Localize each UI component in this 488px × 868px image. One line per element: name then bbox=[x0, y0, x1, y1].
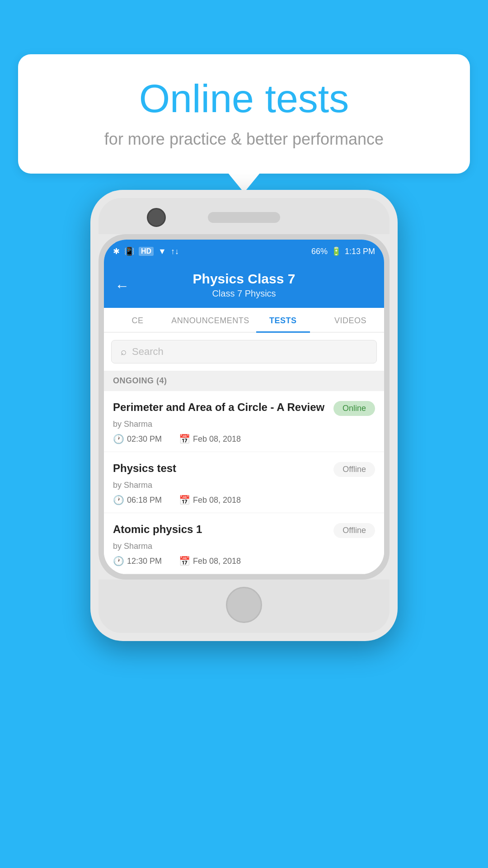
phone-top bbox=[99, 198, 389, 234]
battery-icon: 🔋 bbox=[331, 246, 341, 256]
clock-icon: 🕐 bbox=[113, 556, 124, 566]
test-item[interactable]: Atomic physics 1 Offline by Sharma 🕐 12:… bbox=[104, 513, 384, 574]
clock-icon: 🕐 bbox=[113, 434, 124, 444]
calendar-icon: 📅 bbox=[179, 556, 190, 566]
test-time-item: 🕐 12:30 PM bbox=[113, 556, 162, 566]
test-meta: 🕐 06:18 PM 📅 Feb 08, 2018 bbox=[113, 495, 375, 505]
status-right-info: 66% 🔋 1:13 PM bbox=[311, 246, 375, 256]
test-name: Perimeter and Area of a Circle - A Revie… bbox=[113, 400, 328, 414]
test-meta: 🕐 02:30 PM 📅 Feb 08, 2018 bbox=[113, 434, 375, 444]
test-date: Feb 08, 2018 bbox=[193, 557, 241, 566]
status-badge: Offline bbox=[333, 462, 375, 477]
search-container: ⌕ Search bbox=[104, 333, 384, 371]
status-left-icons: ✱ 📳 HD ▼ ↑↓ bbox=[113, 246, 179, 256]
hd-badge: HD bbox=[139, 247, 154, 256]
app-bar-subtitle: Class 7 Physics bbox=[115, 288, 373, 299]
calendar-icon: 📅 bbox=[179, 434, 190, 444]
speech-bubble: Online tests for more practice & better … bbox=[18, 54, 470, 174]
test-date-item: 📅 Feb 08, 2018 bbox=[179, 434, 241, 444]
test-time: 12:30 PM bbox=[127, 557, 162, 566]
test-name: Physics test bbox=[113, 461, 328, 475]
search-box[interactable]: ⌕ Search bbox=[111, 340, 377, 363]
test-item[interactable]: Perimeter and Area of a Circle - A Revie… bbox=[104, 391, 384, 452]
bubble-title: Online tests bbox=[45, 77, 443, 121]
test-time-item: 🕐 06:18 PM bbox=[113, 495, 162, 505]
test-time: 06:18 PM bbox=[127, 495, 162, 505]
status-bar: ✱ 📳 HD ▼ ↑↓ 66% 🔋 1:13 PM bbox=[104, 240, 384, 263]
test-date: Feb 08, 2018 bbox=[193, 495, 241, 505]
test-meta: 🕐 12:30 PM 📅 Feb 08, 2018 bbox=[113, 556, 375, 566]
search-input[interactable]: Search bbox=[132, 346, 164, 358]
section-header-ongoing: ONGOING (4) bbox=[104, 371, 384, 391]
test-date-item: 📅 Feb 08, 2018 bbox=[179, 495, 241, 505]
wifi-icon: ▼ bbox=[158, 247, 166, 256]
test-time: 02:30 PM bbox=[127, 434, 162, 444]
phone-bottom bbox=[99, 580, 389, 633]
status-badge: Online bbox=[333, 401, 375, 416]
tab-bar: CE ANNOUNCEMENTS TESTS VIDEOS bbox=[104, 308, 384, 333]
clock: 1:13 PM bbox=[345, 247, 375, 256]
test-author: by Sharma bbox=[113, 542, 375, 551]
clock-icon: 🕐 bbox=[113, 495, 124, 505]
search-icon: ⌕ bbox=[121, 346, 127, 358]
phone-screen: ✱ 📳 HD ▼ ↑↓ 66% 🔋 1:13 PM bbox=[104, 240, 384, 574]
tab-announcements[interactable]: ANNOUNCEMENTS bbox=[171, 308, 249, 332]
tab-videos[interactable]: VIDEOS bbox=[317, 308, 384, 332]
bubble-subtitle: for more practice & better performance bbox=[45, 130, 443, 149]
vibrate-icon: 📳 bbox=[124, 246, 134, 256]
signal-icon: ↑↓ bbox=[171, 247, 179, 256]
test-date-item: 📅 Feb 08, 2018 bbox=[179, 556, 241, 566]
home-button[interactable] bbox=[226, 587, 262, 623]
status-badge: Offline bbox=[333, 523, 375, 538]
phone-mockup: ✱ 📳 HD ▼ ↑↓ 66% 🔋 1:13 PM bbox=[90, 190, 398, 641]
test-date: Feb 08, 2018 bbox=[193, 434, 241, 444]
tab-ce[interactable]: CE bbox=[104, 308, 171, 332]
test-time-item: 🕐 02:30 PM bbox=[113, 434, 162, 444]
battery-percent: 66% bbox=[311, 247, 328, 256]
test-author: by Sharma bbox=[113, 420, 375, 429]
app-bar-title: Physics Class 7 bbox=[115, 271, 373, 287]
bluetooth-icon: ✱ bbox=[113, 246, 120, 256]
tab-tests[interactable]: TESTS bbox=[249, 308, 317, 332]
phone-camera bbox=[147, 208, 166, 227]
calendar-icon: 📅 bbox=[179, 495, 190, 505]
phone-speaker bbox=[208, 212, 280, 223]
test-name: Atomic physics 1 bbox=[113, 522, 328, 536]
test-item[interactable]: Physics test Offline by Sharma 🕐 06:18 P… bbox=[104, 452, 384, 513]
app-bar: ← Physics Class 7 Class 7 Physics bbox=[104, 263, 384, 308]
test-author: by Sharma bbox=[113, 481, 375, 490]
